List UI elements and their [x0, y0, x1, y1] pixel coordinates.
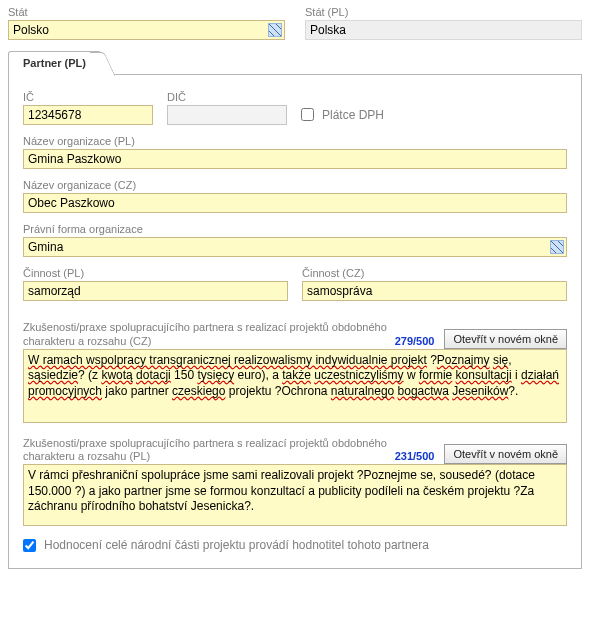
- ic-label: IČ: [23, 91, 153, 103]
- vat-label: Plátce DPH: [322, 108, 384, 122]
- legal-form-label: Právní forma organizace: [23, 223, 567, 235]
- exp-pl-counter: 231/500: [389, 450, 445, 464]
- partner-panel: IČ DIČ Plátce DPH Název organizace (PL) …: [8, 74, 582, 569]
- org-name-pl-input[interactable]: [23, 149, 567, 169]
- grid-picker-icon[interactable]: [550, 240, 564, 254]
- exp-cz-textarea[interactable]: W ramach wspolpracy transgranicznej real…: [23, 349, 567, 423]
- open-new-window-button[interactable]: Otevřít v novém okně: [444, 329, 567, 349]
- tab-partner-pl[interactable]: Partner (PL): [8, 51, 101, 75]
- activity-pl-label: Činnost (PL): [23, 267, 288, 279]
- exp-cz-label: Zkušenosti/praxe spolupracujícího partne…: [23, 321, 389, 349]
- stat-pl-readonly: Polska: [305, 20, 582, 40]
- stat-combo[interactable]: Polsko: [8, 20, 285, 40]
- stat-value: Polsko: [13, 23, 49, 37]
- dic-label: DIČ: [167, 91, 287, 103]
- exp-pl-label: Zkušenosti/praxe spolupracujícího partne…: [23, 437, 389, 465]
- national-eval-checkbox[interactable]: [23, 539, 36, 552]
- stat-pl-value: Polska: [310, 23, 346, 37]
- org-name-cz-input[interactable]: [23, 193, 567, 213]
- activity-cz-label: Činnost (CZ): [302, 267, 567, 279]
- org-name-pl-label: Název organizace (PL): [23, 135, 567, 147]
- national-eval-checkbox-wrap[interactable]: Hodnocení celé národní části projektu pr…: [23, 538, 429, 552]
- exp-cz-counter: 279/500: [389, 335, 445, 349]
- activity-pl-input[interactable]: [23, 281, 288, 301]
- stat-label: Stát: [8, 6, 285, 18]
- legal-form-value: Gmina: [28, 240, 63, 254]
- ic-input[interactable]: [23, 105, 153, 125]
- activity-cz-input[interactable]: [302, 281, 567, 301]
- vat-checkbox-wrap[interactable]: Plátce DPH: [301, 108, 384, 122]
- exp-pl-textarea[interactable]: [23, 464, 567, 526]
- open-new-window-button[interactable]: Otevřít v novém okně: [444, 444, 567, 464]
- dic-input[interactable]: [167, 105, 287, 125]
- org-name-cz-label: Název organizace (CZ): [23, 179, 567, 191]
- grid-picker-icon[interactable]: [268, 23, 282, 37]
- vat-checkbox[interactable]: [301, 108, 314, 121]
- national-eval-label: Hodnocení celé národní části projektu pr…: [44, 538, 429, 552]
- stat-pl-label: Stát (PL): [305, 6, 582, 18]
- legal-form-combo[interactable]: Gmina: [23, 237, 567, 257]
